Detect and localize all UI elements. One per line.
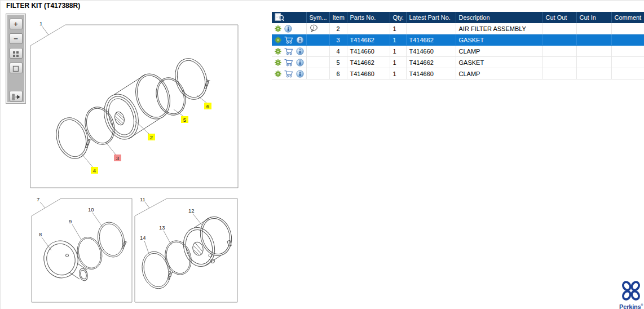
info-icon[interactable] <box>296 36 304 44</box>
column-header-symbol[interactable]: Sym... <box>306 12 329 23</box>
exploded-view-sub-left <box>39 219 130 282</box>
cell-item: 5 <box>329 57 347 68</box>
part-housing-12 <box>179 213 236 270</box>
cell-cut-in <box>576 68 611 80</box>
exploded-view-sub-right <box>138 213 236 292</box>
housing-mesh <box>191 241 205 257</box>
cart-icon[interactable] <box>284 47 293 55</box>
cell-cut-in <box>576 34 611 46</box>
callout-4[interactable]: 4 <box>91 167 98 174</box>
fit-view-button[interactable] <box>10 63 23 73</box>
filter-mesh <box>113 111 126 126</box>
zoom-in-button[interactable]: + <box>10 19 23 29</box>
info-icon[interactable] <box>296 59 304 67</box>
column-header-parts-no[interactable]: Parts No. <box>347 12 390 23</box>
cart-icon[interactable] <box>284 36 293 44</box>
toggle-panel-button[interactable] <box>10 91 23 101</box>
document-search-icon <box>275 13 284 21</box>
cell-latest-part-no <box>406 23 456 34</box>
info-icon[interactable] <box>284 25 292 33</box>
column-header-latest-part-no[interactable]: Latest Part No. <box>406 12 456 23</box>
cell-cut-in <box>576 57 611 68</box>
table-row[interactable]: 6 T414660 1 T414660 CLAMP <box>272 68 644 80</box>
info-icon[interactable] <box>296 70 304 78</box>
note-balloon-icon <box>310 24 318 33</box>
cell-cut-out <box>542 46 576 57</box>
column-header-qty[interactable]: Qty. <box>390 12 406 23</box>
cell-cut-out <box>542 34 576 46</box>
part-clamp-6 <box>170 54 214 103</box>
cell-qty: 1 <box>390 57 406 68</box>
cell-item: 3 <box>329 34 347 46</box>
svg-text:5: 5 <box>183 117 186 123</box>
callout-2[interactable]: 2 <box>148 134 155 140</box>
cell-comment <box>611 34 644 46</box>
cell-item: 2 <box>329 23 347 34</box>
parts-table: Sym... Item Parts No. Qty. Latest Part N… <box>272 12 644 80</box>
part-gasket-5 <box>152 74 191 119</box>
cell-parts-no: T414662 <box>347 34 390 46</box>
column-header-actions[interactable] <box>272 12 306 23</box>
exploded-view-main <box>51 54 214 162</box>
cell-latest-part-no: T414660 <box>406 46 456 57</box>
cell-latest-part-no: T414662 <box>406 34 456 46</box>
column-header-description[interactable]: Description <box>456 12 542 23</box>
column-header-comment[interactable]: Comment <box>611 12 644 23</box>
gear-icon[interactable] <box>275 70 281 77</box>
cell-cut-in <box>576 23 611 34</box>
gear-icon[interactable] <box>275 25 281 32</box>
gear-icon[interactable] <box>275 48 281 55</box>
callout-3-selected[interactable]: 3 <box>114 154 121 161</box>
cell-comment <box>611 57 644 68</box>
diagram-viewer: 1 7 11 2 3 4 5 6 8 9 10 12 13 14 <box>1 1 271 309</box>
zoom-out-button[interactable]: − <box>10 33 23 44</box>
cell-latest-part-no: T414660 <box>406 68 456 80</box>
cell-comment <box>611 46 644 57</box>
info-icon[interactable] <box>296 47 304 55</box>
callout-5[interactable]: 5 <box>181 116 188 123</box>
tile-view-button[interactable] <box>10 48 23 59</box>
callout-9: 9 <box>69 218 72 224</box>
cell-comment <box>611 68 644 80</box>
cell-cut-out <box>542 57 576 68</box>
part-clamp-10 <box>94 219 130 260</box>
gear-icon[interactable] <box>275 59 281 66</box>
cell-item: 4 <box>329 46 347 57</box>
table-row[interactable]: 2 1 AIR FILTER ASSEMBLY <box>272 23 644 34</box>
cart-icon[interactable] <box>284 70 293 78</box>
cell-qty: 1 <box>390 23 406 34</box>
table-row[interactable]: 5 T414662 1 T414662 GASKET <box>272 57 644 68</box>
part-gasket-9 <box>74 235 105 272</box>
column-header-cut-in[interactable]: Cut In <box>576 12 611 23</box>
cell-description: GASKET <box>456 57 542 68</box>
callout-12: 12 <box>188 208 195 214</box>
callout-8: 8 <box>39 231 42 237</box>
figure-box-sub-left <box>32 198 132 302</box>
callout-10: 10 <box>88 206 94 213</box>
viewer-toolbar: + − <box>6 14 26 104</box>
part-clamp-4 <box>51 113 95 162</box>
callout-13: 13 <box>159 224 165 231</box>
table-row[interactable]: 4 T414660 1 T414660 CLAMP <box>272 46 644 57</box>
brand-rings-icon <box>620 280 642 301</box>
column-header-item[interactable]: Item <box>329 12 347 23</box>
callout-6[interactable]: 6 <box>204 103 211 109</box>
part-filter-element-2 <box>99 69 176 144</box>
callout-14: 14 <box>140 235 146 241</box>
svg-text:3: 3 <box>116 155 119 161</box>
figure-label-11: 11 <box>140 196 145 202</box>
cell-cut-out <box>542 68 576 80</box>
cell-parts-no: T414662 <box>347 57 390 68</box>
gear-icon[interactable] <box>275 37 281 43</box>
cell-qty: 1 <box>390 34 406 46</box>
cart-icon[interactable] <box>284 59 293 67</box>
cell-cut-in <box>576 46 611 57</box>
brand-name: Perkins® <box>619 303 643 309</box>
table-row-selected[interactable]: 3 T414662 1 T414662 GASKET <box>272 34 644 46</box>
column-header-cut-out[interactable]: Cut Out <box>542 12 576 23</box>
panel-arrow-icon <box>12 94 20 100</box>
square-icon <box>12 65 19 72</box>
cell-parts-no <box>347 23 390 34</box>
figure-box-sub-right <box>135 198 237 302</box>
perkins-logo: Perkins® <box>619 280 643 309</box>
